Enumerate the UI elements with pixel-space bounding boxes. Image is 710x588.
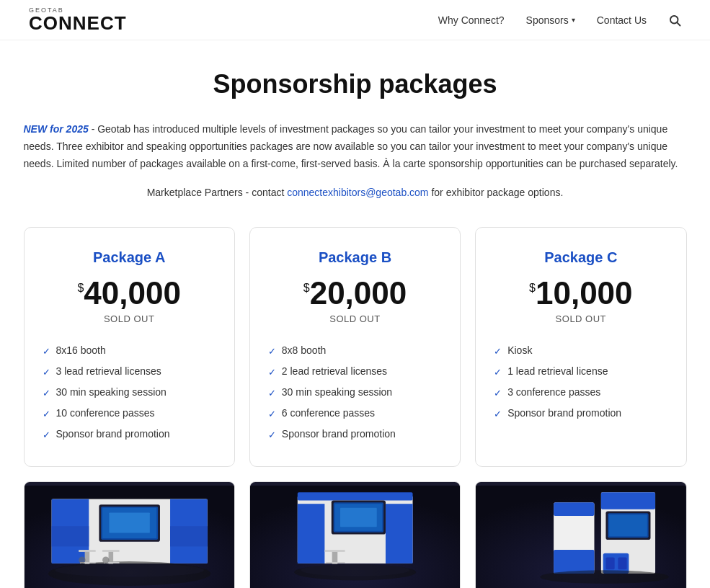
- contact-prefix: Marketplace Partners - contact: [147, 187, 288, 198]
- svg-rect-30: [340, 508, 377, 527]
- package-card-c: Package C $ 10,000 SOLD OUT ✓Kiosk ✓1 le…: [475, 227, 686, 467]
- nav-sponsors[interactable]: Sponsors ▾: [526, 14, 575, 26]
- nav-contact-us[interactable]: Contact Us: [597, 14, 647, 26]
- svg-rect-13: [79, 550, 95, 552]
- svg-rect-33: [326, 562, 345, 564]
- svg-rect-31: [324, 550, 345, 552]
- search-icon: [668, 14, 681, 27]
- intro-paragraph: NEW for 2025 - Geotab has introduced mul…: [24, 121, 687, 172]
- packages-grid: Package A $ 40,000 SOLD OUT ✓8x16 booth …: [24, 227, 687, 467]
- booth-images-grid: 8x16 booth: [24, 481, 687, 588]
- check-icon: ✓: [43, 384, 50, 403]
- list-item: ✓8x16 booth: [43, 340, 216, 361]
- svg-point-35: [301, 564, 409, 576]
- svg-line-1: [677, 22, 680, 25]
- check-icon: ✓: [268, 384, 276, 403]
- svg-rect-47: [618, 558, 627, 570]
- check-icon: ✓: [268, 363, 276, 382]
- package-c-status: SOLD OUT: [494, 313, 667, 324]
- svg-rect-46: [606, 558, 615, 570]
- list-item: ✓Sponsor brand promotion: [494, 403, 667, 424]
- package-a-amount: 40,000: [84, 277, 181, 309]
- check-icon: ✓: [268, 426, 276, 445]
- chevron-down-icon: ▾: [572, 16, 575, 24]
- check-icon: ✓: [43, 363, 50, 382]
- booth-image-card-c: Kiosk: [475, 481, 686, 588]
- check-icon: ✓: [43, 342, 50, 361]
- svg-rect-10: [51, 527, 89, 547]
- site-header: GEOTAB CONNECT Why Connect? Sponsors ▾ C…: [0, 0, 710, 40]
- list-item: ✓Sponsor brand promotion: [268, 424, 442, 445]
- package-card-b: Package B $ 20,000 SOLD OUT ✓8x8 booth ✓…: [249, 227, 461, 467]
- package-c-dollar: $: [529, 282, 536, 295]
- booth-svg-b: [250, 482, 460, 588]
- svg-rect-44: [554, 550, 594, 574]
- check-icon: ✓: [43, 426, 50, 445]
- check-icon: ✓: [43, 405, 50, 424]
- new-badge: NEW for 2025: [24, 123, 89, 135]
- svg-rect-24: [298, 493, 413, 501]
- list-item: ✓30 min speaking session: [268, 382, 442, 403]
- package-c-amount: 10,000: [536, 277, 633, 309]
- booth-image-card-b: 8x8 booth: [249, 481, 461, 588]
- svg-point-19: [79, 557, 85, 564]
- list-item: ✓2 lead retrieval licenses: [268, 361, 442, 382]
- list-item: ✓10 conference passes: [43, 403, 216, 424]
- check-icon: ✓: [494, 384, 502, 403]
- contact-line: Marketplace Partners - contact connectex…: [24, 187, 687, 198]
- intro-body: - Geotab has introduced multiple levels …: [24, 123, 678, 169]
- main-nav: Why Connect? Sponsors ▾ Contact Us: [438, 14, 681, 27]
- svg-rect-26: [386, 504, 413, 564]
- svg-rect-9: [109, 513, 149, 533]
- check-icon: ✓: [494, 405, 502, 424]
- booth-image-c: [476, 482, 685, 588]
- package-b-amount: 20,000: [310, 277, 407, 309]
- list-item: ✓30 min speaking session: [43, 382, 216, 403]
- package-b-name: Package B: [268, 249, 442, 266]
- logo-connect-text: CONNECT: [29, 14, 127, 32]
- list-item: ✓3 conference passes: [494, 382, 667, 403]
- check-icon: ✓: [494, 342, 502, 361]
- list-item: ✓3 lead retrieval licenses: [43, 361, 216, 382]
- svg-point-20: [102, 557, 109, 564]
- package-b-price-row: $ 20,000: [268, 277, 442, 309]
- package-a-features: ✓8x16 booth ✓3 lead retrieval licenses ✓…: [43, 340, 216, 445]
- list-item: ✓Kiosk: [494, 340, 667, 361]
- search-button[interactable]: [668, 14, 681, 27]
- list-item: ✓1 lead retrieval license: [494, 361, 667, 382]
- package-b-features: ✓8x8 booth ✓2 lead retrieval licenses ✓3…: [268, 340, 442, 445]
- check-icon: ✓: [268, 342, 276, 361]
- package-c-price-row: $ 10,000: [494, 277, 667, 309]
- package-card-a: Package A $ 40,000 SOLD OUT ✓8x16 booth …: [24, 227, 235, 467]
- package-a-dollar: $: [77, 282, 84, 295]
- nav-why-connect[interactable]: Why Connect?: [438, 14, 505, 26]
- svg-rect-25: [298, 504, 325, 564]
- booth-svg-a: [25, 482, 234, 588]
- logo[interactable]: GEOTAB CONNECT: [29, 7, 127, 32]
- svg-rect-43: [554, 503, 594, 517]
- page-title: Sponsorship packages: [24, 69, 687, 99]
- svg-rect-11: [170, 527, 208, 547]
- package-b-status: SOLD OUT: [268, 313, 442, 324]
- svg-rect-16: [102, 550, 119, 552]
- check-icon: ✓: [494, 363, 502, 382]
- package-c-features: ✓Kiosk ✓1 lead retrieval license ✓3 conf…: [494, 340, 667, 424]
- package-a-price-row: $ 40,000: [43, 277, 216, 309]
- contact-suffix: for exhibitor package options.: [429, 187, 564, 198]
- booth-image-card-a: 8x16 booth: [24, 481, 235, 588]
- list-item: ✓8x8 booth: [268, 340, 442, 361]
- main-content: Sponsorship packages NEW for 2025 - Geot…: [9, 40, 701, 588]
- booth-image-b: [250, 482, 460, 588]
- svg-rect-38: [601, 493, 655, 509]
- package-a-name: Package A: [43, 249, 216, 266]
- list-item: ✓6 conference passes: [268, 403, 442, 424]
- contact-email-link[interactable]: connectexhibitors@geotab.com: [287, 187, 428, 198]
- booth-svg-c: [476, 482, 685, 588]
- booth-image-a: [25, 482, 234, 588]
- package-a-status: SOLD OUT: [43, 313, 216, 324]
- check-icon: ✓: [268, 405, 276, 424]
- svg-point-48: [540, 571, 669, 584]
- list-item: ✓Sponsor brand promotion: [43, 424, 216, 445]
- package-b-dollar: $: [303, 282, 310, 295]
- svg-point-21: [55, 564, 204, 577]
